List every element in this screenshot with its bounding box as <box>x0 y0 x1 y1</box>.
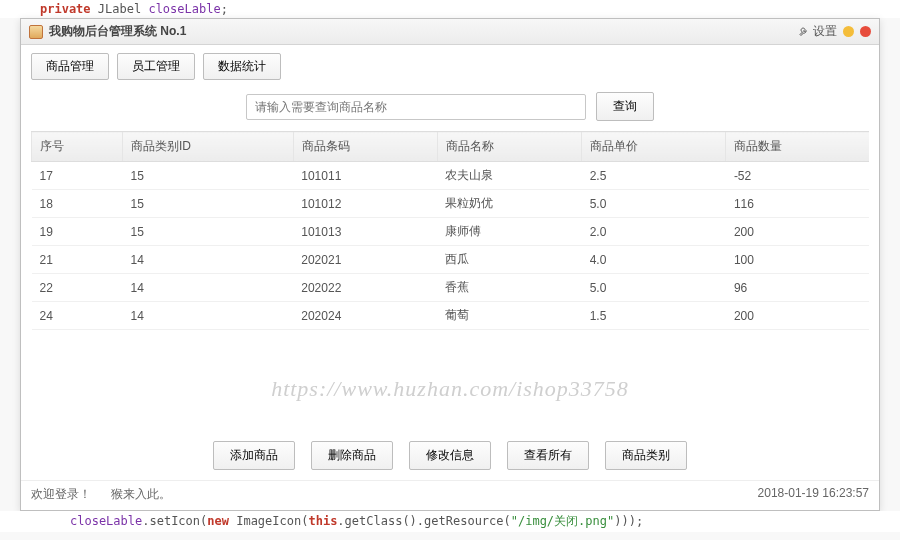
wrench-icon <box>798 26 810 38</box>
status-msg: 猴来入此。 <box>111 486 171 503</box>
products-table: 序号商品类别ID商品条码商品名称商品单价商品数量 1715101011农夫山泉2… <box>31 131 869 330</box>
table-cell: 24 <box>32 302 123 330</box>
delete-product-button[interactable]: 删除商品 <box>311 441 393 470</box>
app-icon <box>29 25 43 39</box>
table-cell: 2.0 <box>582 218 726 246</box>
table-cell: 2.5 <box>582 162 726 190</box>
table-header[interactable]: 商品单价 <box>582 132 726 162</box>
table-header[interactable]: 商品名称 <box>437 132 581 162</box>
table-cell: 202024 <box>293 302 437 330</box>
table-cell: 22 <box>32 274 123 302</box>
settings-button[interactable]: 设置 <box>798 23 837 40</box>
table-cell: 葡萄 <box>437 302 581 330</box>
tab-employees[interactable]: 员工管理 <box>117 53 195 80</box>
search-button[interactable]: 查询 <box>596 92 654 121</box>
table-cell: 农夫山泉 <box>437 162 581 190</box>
product-category-button[interactable]: 商品类别 <box>605 441 687 470</box>
table-header[interactable]: 序号 <box>32 132 123 162</box>
table-cell: 17 <box>32 162 123 190</box>
search-row: 查询 <box>21 84 879 131</box>
table-cell: 果粒奶优 <box>437 190 581 218</box>
table-cell: 14 <box>122 274 293 302</box>
add-product-button[interactable]: 添加商品 <box>213 441 295 470</box>
table-cell: 5.0 <box>582 190 726 218</box>
table-cell: 香蕉 <box>437 274 581 302</box>
tabs-row: 商品管理 员工管理 数据统计 <box>21 45 879 84</box>
table-row[interactable]: 1715101011农夫山泉2.5-52 <box>32 162 870 190</box>
table-cell: 18 <box>32 190 123 218</box>
view-all-button[interactable]: 查看所有 <box>507 441 589 470</box>
editor-code-line-bottom: closeLable.setIcon(new ImageIcon(this.ge… <box>0 511 900 532</box>
window-title: 我购物后台管理系统 No.1 <box>49 23 186 40</box>
table-cell: 200 <box>726 218 869 246</box>
table-row[interactable]: 2214202022香蕉5.096 <box>32 274 870 302</box>
table-header[interactable]: 商品数量 <box>726 132 869 162</box>
actions-row: 添加商品 删除商品 修改信息 查看所有 商品类别 <box>21 431 879 480</box>
window-minimize-icon[interactable] <box>843 26 854 37</box>
table-cell: -52 <box>726 162 869 190</box>
table-cell: 康师傅 <box>437 218 581 246</box>
table-row[interactable]: 1915101013康师傅2.0200 <box>32 218 870 246</box>
table-cell: 100 <box>726 246 869 274</box>
table-row[interactable]: 2114202021西瓜4.0100 <box>32 246 870 274</box>
editor-code-line-top: private JLabel closeLable; <box>0 0 900 18</box>
table-cell: 14 <box>122 246 293 274</box>
app-window: 我购物后台管理系统 No.1 设置 商品管理 员工管理 数据统计 查询 序号商品… <box>20 18 880 511</box>
table-header[interactable]: 商品条码 <box>293 132 437 162</box>
table-cell: 101011 <box>293 162 437 190</box>
table-cell: 1.5 <box>582 302 726 330</box>
table-cell: 96 <box>726 274 869 302</box>
table-area: 序号商品类别ID商品条码商品名称商品单价商品数量 1715101011农夫山泉2… <box>21 131 879 431</box>
status-welcome: 欢迎登录！ <box>31 486 91 503</box>
watermark-text: https://www.huzhan.com/ishop33758 <box>21 376 879 402</box>
titlebar: 我购物后台管理系统 No.1 设置 <box>21 19 879 45</box>
tab-statistics[interactable]: 数据统计 <box>203 53 281 80</box>
tab-products[interactable]: 商品管理 <box>31 53 109 80</box>
table-cell: 西瓜 <box>437 246 581 274</box>
statusbar: 欢迎登录！ 猴来入此。 2018-01-19 16:23:57 <box>21 480 879 510</box>
table-cell: 116 <box>726 190 869 218</box>
status-time: 2018-01-19 16:23:57 <box>758 486 869 503</box>
table-cell: 15 <box>122 218 293 246</box>
table-cell: 15 <box>122 190 293 218</box>
table-cell: 15 <box>122 162 293 190</box>
table-cell: 5.0 <box>582 274 726 302</box>
table-cell: 21 <box>32 246 123 274</box>
table-cell: 101013 <box>293 218 437 246</box>
table-row[interactable]: 1815101012果粒奶优5.0116 <box>32 190 870 218</box>
table-cell: 202022 <box>293 274 437 302</box>
search-input[interactable] <box>246 94 586 120</box>
table-row[interactable]: 2414202024葡萄1.5200 <box>32 302 870 330</box>
table-header[interactable]: 商品类别ID <box>122 132 293 162</box>
table-cell: 202021 <box>293 246 437 274</box>
table-cell: 19 <box>32 218 123 246</box>
table-cell: 101012 <box>293 190 437 218</box>
table-cell: 200 <box>726 302 869 330</box>
window-close-icon[interactable] <box>860 26 871 37</box>
edit-info-button[interactable]: 修改信息 <box>409 441 491 470</box>
table-cell: 14 <box>122 302 293 330</box>
table-cell: 4.0 <box>582 246 726 274</box>
